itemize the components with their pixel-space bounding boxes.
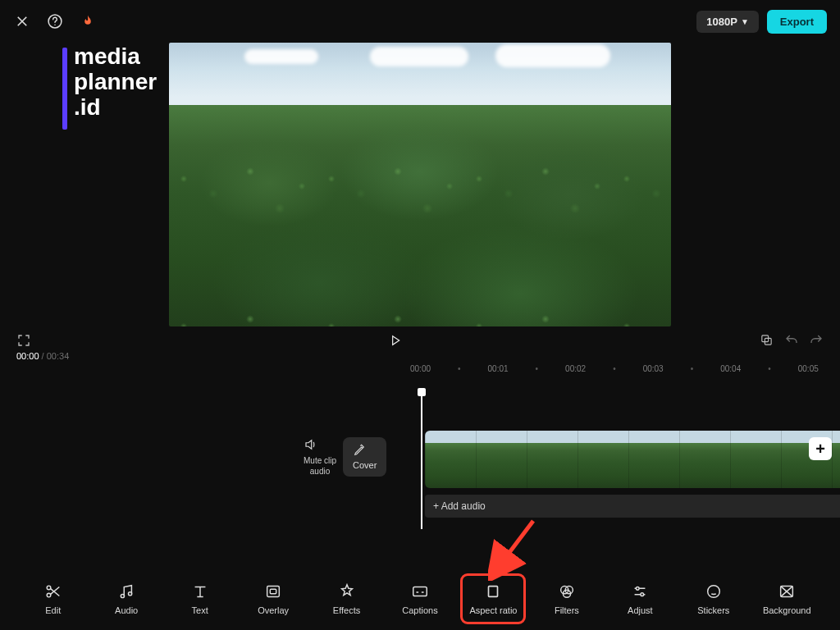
undo-icon[interactable] <box>784 333 799 348</box>
tool-label: Filters <box>555 605 579 615</box>
tool-background[interactable]: Background <box>758 578 815 620</box>
mute-label-2: audio <box>304 466 336 477</box>
scissors-icon <box>44 582 62 600</box>
tool-label: Aspect ratio <box>469 605 517 615</box>
ruler-tick: 00:01 <box>488 364 509 373</box>
tool-adjust[interactable]: Adjust <box>611 578 669 620</box>
svg-point-8 <box>129 592 132 596</box>
export-button[interactable]: Export <box>767 10 827 34</box>
bottom-toolbar: Edit Audio Text Overlay Effects Captions… <box>0 573 840 625</box>
filters-icon <box>558 582 576 600</box>
close-icon[interactable] <box>13 12 31 30</box>
play-button[interactable] <box>389 334 402 347</box>
tool-aspect-ratio[interactable]: Aspect ratio <box>464 578 522 620</box>
fullscreen-icon[interactable] <box>16 333 31 348</box>
captions-icon <box>411 582 429 600</box>
tool-audio[interactable]: Audio <box>98 578 155 620</box>
text-icon <box>191 582 209 600</box>
tool-label: Background <box>763 605 811 615</box>
adjust-icon <box>631 582 649 600</box>
pencil-icon <box>353 444 377 457</box>
chevron-down-icon: ▼ <box>741 17 749 26</box>
tool-effects[interactable]: Effects <box>318 578 376 620</box>
svg-rect-12 <box>489 587 498 597</box>
mute-clip-button[interactable]: Mute clip audio <box>304 437 336 477</box>
ruler-tick: 00:05 <box>798 364 819 373</box>
tool-label: Audio <box>115 605 138 615</box>
tool-label: Edit <box>45 605 61 615</box>
overlay-icon <box>264 582 282 600</box>
add-audio-row[interactable]: + Add audio <box>425 495 840 518</box>
tool-label: Adjust <box>628 605 653 615</box>
total-duration: 00:34 <box>47 351 70 361</box>
help-icon[interactable] <box>46 12 64 30</box>
tool-filters[interactable]: Filters <box>538 578 596 620</box>
copy-icon[interactable] <box>760 333 774 348</box>
mute-label-1: Mute clip <box>304 455 336 466</box>
flame-icon[interactable] <box>79 12 97 30</box>
timeline-ruler[interactable]: 00:00• 00:01• 00:02• 00:03• 00:04• 00:05… <box>0 361 840 373</box>
svg-point-17 <box>641 593 644 596</box>
preview-frame[interactable] <box>169 43 671 326</box>
add-clip-button[interactable]: + <box>809 437 832 460</box>
ruler-tick: 00:00 <box>410 364 431 373</box>
cover-button[interactable]: Cover <box>343 437 386 477</box>
cover-label: Cover <box>353 460 377 470</box>
resolution-label: 1080P <box>706 16 737 28</box>
ruler-tick: 00:03 <box>643 364 664 373</box>
current-time: 00:00 <box>16 351 39 361</box>
tool-text[interactable]: Text <box>171 578 229 620</box>
tool-label: Captions <box>402 605 437 615</box>
background-icon <box>778 582 796 600</box>
tool-edit[interactable]: Edit <box>25 578 82 620</box>
svg-point-7 <box>121 594 124 597</box>
watermark-line3: .id <box>74 95 157 121</box>
tool-stickers[interactable]: Stickers <box>685 578 742 620</box>
video-clip-track[interactable] <box>425 431 840 488</box>
stickers-icon <box>705 582 723 600</box>
tool-label: Text <box>192 605 208 615</box>
svg-rect-11 <box>413 587 427 596</box>
watermark-line1: media <box>74 44 157 70</box>
svg-point-16 <box>637 587 640 591</box>
effects-icon <box>338 582 356 600</box>
resolution-button[interactable]: 1080P ▼ <box>696 11 759 33</box>
tool-captions[interactable]: Captions <box>391 578 449 620</box>
svg-rect-10 <box>270 589 276 594</box>
svg-point-18 <box>707 586 719 598</box>
tool-overlay[interactable]: Overlay <box>244 578 302 620</box>
speaker-icon <box>304 437 336 452</box>
music-note-icon <box>117 582 135 600</box>
watermark-line2: planner <box>74 70 157 95</box>
video-preview-area: media planner .id <box>0 43 840 326</box>
watermark-overlay: media planner .id <box>62 44 157 130</box>
playhead[interactable] <box>421 390 422 529</box>
tool-label: Effects <box>333 605 360 615</box>
svg-point-1 <box>54 24 56 25</box>
ruler-tick: 00:02 <box>565 364 586 373</box>
ruler-tick: 00:04 <box>720 364 741 373</box>
tool-label: Stickers <box>697 605 729 615</box>
aspect-ratio-icon <box>484 582 502 600</box>
redo-icon[interactable] <box>809 333 824 348</box>
add-audio-label: + Add audio <box>433 500 486 512</box>
svg-rect-9 <box>267 587 280 597</box>
tool-label: Overlay <box>258 605 289 615</box>
